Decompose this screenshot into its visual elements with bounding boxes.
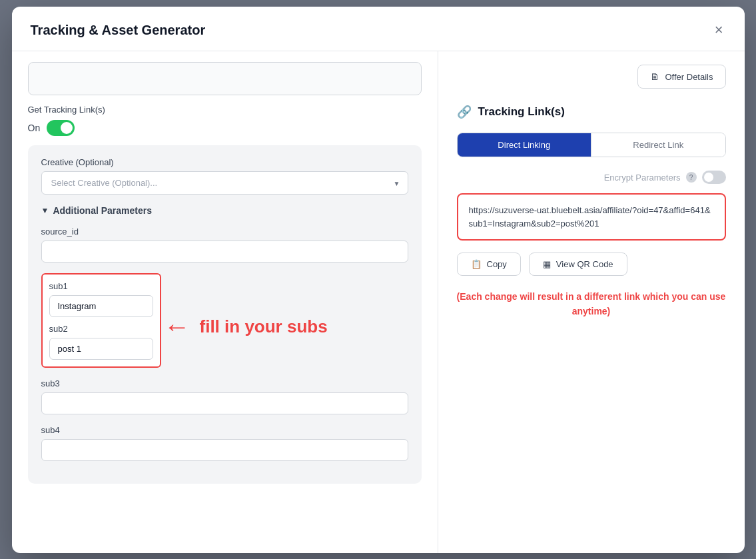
toggle-section: Get Tracking Link(s) On [28,105,422,136]
offer-details-icon: 🗎 [650,71,659,82]
modal-overlay: Tracking & Asset Generator × Get Trackin… [0,0,756,559]
sub4-input[interactable] [41,439,408,461]
tab-direct-linking[interactable]: Direct Linking [458,133,592,157]
url-box: https://suzuverse-uat.bluebelt.asia/affi… [457,193,726,241]
modal-body: Get Tracking Link(s) On Creative (Option… [12,51,745,553]
sub1-input[interactable] [49,295,153,317]
copy-icon: 📋 [471,259,482,269]
creative-label: Creative (Optional) [41,157,408,167]
arrow-icon: ← [164,313,190,340]
additional-params-header: ▼ Additional Parameters [41,205,408,216]
creative-select-wrapper: Select Creative (Optional)... [41,171,408,195]
sub2-input[interactable] [49,338,153,360]
tab-row: Direct Linking Redirect Link [457,133,726,157]
sub-section: sub1 sub2 ← fill in you [41,273,408,378]
link-icon: 🔗 [457,105,472,119]
encrypt-row: Encrypt Parameters ? [457,171,726,184]
modal-title: Tracking & Asset Generator [31,23,206,38]
qr-label: View QR Code [556,259,613,269]
copy-label: Copy [487,259,507,269]
chevron-down-icon: ▼ [41,206,49,215]
sub2-group: sub2 [49,324,153,360]
toggle-row: On [28,120,422,136]
left-panel: Get Tracking Link(s) On Creative (Option… [12,51,438,553]
modal-container: Tracking & Asset Generator × Get Trackin… [12,7,745,553]
right-panel: 🗎 Offer Details 🔗 Tracking Link(s) Direc… [438,51,745,553]
sub4-group: sub4 [41,425,408,461]
annotation-text: fill in your subs [200,316,328,337]
additional-params-title: Additional Parameters [53,205,152,216]
creative-group: Creative (Optional) Select Creative (Opt… [41,157,408,195]
sub3-input[interactable] [41,392,408,414]
close-button[interactable]: × [712,20,726,40]
source-id-label: source_id [41,227,408,237]
creative-select[interactable]: Select Creative (Optional)... [41,171,408,195]
sub2-label: sub2 [49,324,153,334]
offer-details-button[interactable]: 🗎 Offer Details [637,65,725,89]
annotation: ← fill in your subs [164,273,328,340]
footer-note: (Each change will result in a different … [457,289,726,319]
tracking-link-section: 🔗 Tracking Link(s) Direct Linking Redire… [457,99,726,319]
toggle-section-label: Get Tracking Link(s) [28,105,422,115]
toggle-switch[interactable] [47,120,75,136]
encrypt-label: Encrypt Parameters [604,173,681,183]
sub-highlight-box: sub1 sub2 [41,273,161,368]
action-buttons: 📋 Copy ▦ View QR Code [457,253,726,276]
toggle-on-text: On [28,123,41,133]
copy-button[interactable]: 📋 Copy [457,253,521,276]
source-id-group: source_id [41,227,408,263]
modal-header: Tracking & Asset Generator × [12,7,745,51]
search-bar-placeholder [28,62,422,95]
offer-details-label: Offer Details [665,72,713,82]
section-header: 🔗 Tracking Link(s) [457,105,726,119]
help-icon[interactable]: ? [686,172,697,183]
section-title: Tracking Link(s) [478,105,565,119]
sub1-label: sub1 [49,281,153,291]
encrypt-toggle[interactable] [702,171,726,184]
sub3-label: sub3 [41,378,408,388]
sub4-label: sub4 [41,425,408,435]
qr-icon: ▦ [543,259,551,269]
sub3-group: sub3 [41,378,408,414]
source-id-input[interactable] [41,241,408,263]
tab-redirect-link[interactable]: Redirect Link [591,133,725,157]
form-section: Creative (Optional) Select Creative (Opt… [28,145,422,484]
url-text: https://suzuverse-uat.bluebelt.asia/affi… [469,205,711,229]
sub1-group: sub1 [49,281,153,317]
view-qr-button[interactable]: ▦ View QR Code [529,253,627,276]
